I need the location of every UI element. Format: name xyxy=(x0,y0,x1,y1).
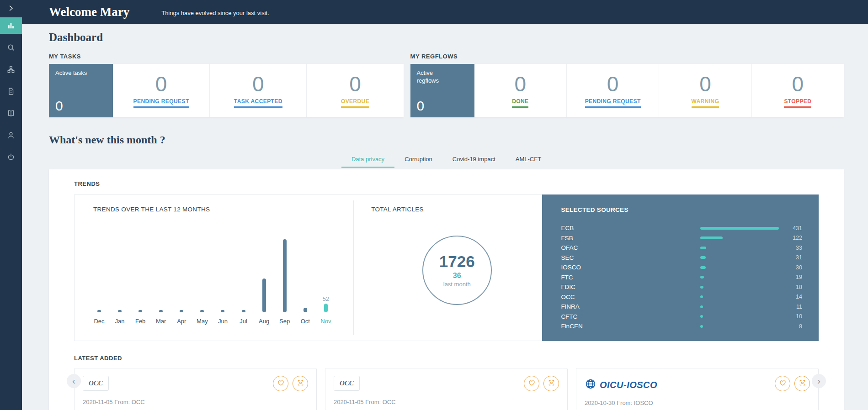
summary-cards-row: MY TASKS Active tasks 0 0 PENDING REQUES… xyxy=(49,53,844,117)
active-regflows-box[interactable]: Active regflows 0 xyxy=(410,64,474,117)
scan-icon xyxy=(548,379,555,388)
stat-value: 0 xyxy=(155,74,167,95)
source-row-ftc: FTC19 xyxy=(561,273,802,283)
article-card-header: OCC xyxy=(83,376,308,391)
stat-value: 0 xyxy=(607,74,619,95)
source-row-iosco: IOSCO30 xyxy=(561,263,802,273)
latest-added-label: LATEST ADDED xyxy=(74,355,844,362)
heart-icon xyxy=(528,379,536,388)
latest-carousel: ‹ OCC xyxy=(74,368,819,410)
source-row-fincen: FinCEN8 xyxy=(561,321,802,331)
favorite-button[interactable] xyxy=(775,376,790,391)
article-date: 2020-11-05 From: OCC xyxy=(83,399,308,405)
source-logo: OCC xyxy=(334,376,360,391)
bar-sep: Sep xyxy=(279,231,291,325)
main-area: Welcome Mary Things have evolved since y… xyxy=(22,0,868,410)
bar-may: May xyxy=(196,302,208,325)
sidebar xyxy=(0,0,22,410)
article-card-header: OICU-IOSCO xyxy=(585,376,810,392)
welcome-subtitle: Things have evolved since your last visi… xyxy=(161,10,269,16)
stat-value: 0 xyxy=(349,74,361,95)
total-articles-title: TOTAL ARTICLES xyxy=(371,206,543,213)
active-tasks-value: 0 xyxy=(55,99,107,113)
tab-corruption[interactable]: Corruption xyxy=(394,151,442,168)
sidebar-item-search[interactable] xyxy=(0,39,22,56)
article-date: 2020-10-30 From: IOSCO xyxy=(585,399,810,406)
topbar: Welcome Mary Things have evolved since y… xyxy=(22,0,868,24)
sidebar-item-dashboard[interactable] xyxy=(0,17,22,34)
bar-nov: 52Nov xyxy=(320,295,332,325)
stat-label: PENDING REQUEST xyxy=(133,98,189,108)
summary-button[interactable] xyxy=(543,376,559,391)
topic-tabs: Data privacy Corruption Covid-19 impact … xyxy=(49,151,844,168)
article-card[interactable]: OCC xyxy=(74,368,317,410)
trends-panel: TRENDS TRENDS OVER THE LAST 12 MONTHS De… xyxy=(49,169,844,410)
bar-feb: Feb xyxy=(134,302,146,325)
article-date: 2020-11-05 From: OCC xyxy=(334,399,559,405)
source-row-sec: SEC31 xyxy=(561,253,802,263)
stat-tasks-accepted[interactable]: 0 TASK ACCEPTED xyxy=(209,64,306,117)
carousel-prev-button[interactable]: ‹ xyxy=(67,374,81,388)
heart-icon xyxy=(277,379,285,388)
trends-bar-chart: DecJanFebMarAprMayJunJulAugSepOct52Nov xyxy=(93,231,332,325)
my-tasks-label: MY TASKS xyxy=(49,53,404,60)
bar-dec: Dec xyxy=(93,302,105,325)
bar-jan: Jan xyxy=(114,302,126,325)
trends-box: TRENDS OVER THE LAST 12 MONTHS DecJanFeb… xyxy=(74,194,819,341)
active-tasks-label: Active tasks xyxy=(55,69,87,77)
selected-sources-title: SELECTED SOURCES xyxy=(561,206,802,213)
sidebar-item-logout[interactable] xyxy=(0,149,22,165)
bar-mar: Mar xyxy=(155,302,167,325)
dashboard-chart-icon xyxy=(7,21,15,30)
article-card[interactable]: OICU-IOSCO xyxy=(576,368,819,410)
tab-aml-cft[interactable]: AML-CFT xyxy=(506,151,551,168)
sidebar-item-library[interactable] xyxy=(0,105,22,121)
trends-chart-section: TRENDS OVER THE LAST 12 MONTHS DecJanFeb… xyxy=(75,195,353,341)
source-row-cftc: CFTC10 xyxy=(561,312,802,322)
my-tasks-card: Active tasks 0 0 PENDING REQUEST 0 TASK … xyxy=(49,64,404,117)
last-month-value: 36 xyxy=(453,272,461,280)
article-card-header: OCC xyxy=(334,376,559,391)
active-tasks-box[interactable]: Active tasks 0 xyxy=(49,64,113,117)
source-row-ofac: OFAC33 xyxy=(561,243,802,253)
stat-label: STOPPED xyxy=(784,98,811,108)
article-actions xyxy=(520,376,559,391)
stat-tasks-pending-request[interactable]: 0 PENDING REQUEST xyxy=(113,64,209,117)
source-row-ecb: ECB431 xyxy=(561,223,802,233)
sidebar-item-regflows[interactable] xyxy=(0,61,22,78)
stat-tasks-overdue[interactable]: 0 OVERDUE xyxy=(306,64,403,117)
tab-covid-19-impact[interactable]: Covid-19 impact xyxy=(442,151,506,168)
stat-value: 0 xyxy=(792,74,804,95)
sidebar-item-documents[interactable] xyxy=(0,83,22,100)
stat-label: TASK ACCEPTED xyxy=(234,98,282,108)
carousel-next-button[interactable]: › xyxy=(812,374,826,388)
stat-regflows-warning[interactable]: 0 WARNING xyxy=(659,64,751,117)
sidebar-expand-button[interactable] xyxy=(0,3,22,14)
source-logo-text: OICU-IOSCO xyxy=(600,380,657,390)
source-logo: OICU-IOSCO xyxy=(585,376,657,392)
scan-icon xyxy=(799,379,806,388)
summary-button[interactable] xyxy=(794,376,810,391)
tab-data-privacy[interactable]: Data privacy xyxy=(341,151,394,168)
total-articles-circle: 1726 36 last month xyxy=(422,236,492,305)
welcome-title: Welcome Mary xyxy=(49,5,129,19)
app-root: Welcome Mary Things have evolved since y… xyxy=(0,0,868,410)
stat-regflows-pending-request[interactable]: 0 PENDING REQUEST xyxy=(566,64,659,117)
bar-apr: Apr xyxy=(176,302,187,325)
active-regflows-label: Active regflows xyxy=(417,69,449,85)
stat-regflows-done[interactable]: 0 DONE xyxy=(474,64,566,117)
source-row-finra: FINRA11 xyxy=(561,302,802,312)
logout-icon xyxy=(7,153,15,161)
document-icon xyxy=(7,87,15,95)
my-regflows-label: MY REGFLOWS xyxy=(410,53,844,60)
stat-label: OVERDUE xyxy=(341,98,369,108)
sidebar-item-profile[interactable] xyxy=(0,127,22,143)
stat-regflows-stopped[interactable]: 0 STOPPED xyxy=(751,64,844,117)
bar-oct: Oct xyxy=(299,300,311,325)
article-card[interactable]: OCC xyxy=(325,368,568,410)
summary-button[interactable] xyxy=(293,376,308,391)
favorite-button[interactable] xyxy=(273,376,288,391)
favorite-button[interactable] xyxy=(524,376,539,391)
dashboard-content: Dashboard MY TASKS Active tasks 0 0 PEND… xyxy=(22,24,868,410)
source-logo: OCC xyxy=(83,376,109,391)
